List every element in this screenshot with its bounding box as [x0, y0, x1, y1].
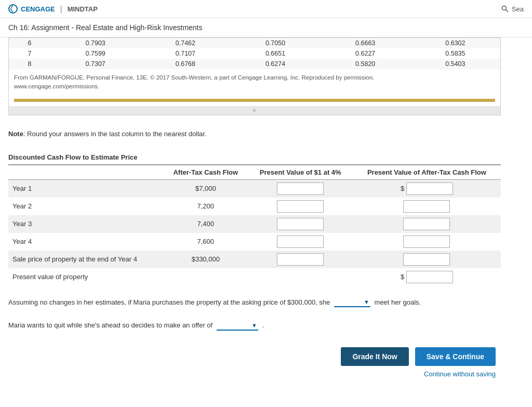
logo-mindtap-text: MINDTAP	[68, 5, 98, 13]
dollar-sign-pv: $	[401, 273, 404, 281]
cell-val: 0.7462	[140, 38, 230, 48]
dcf-cashflow-year3: 7,400	[163, 215, 248, 233]
dcf-row-pv-property: Present value of property $	[8, 268, 501, 286]
pv-amount-input-year2[interactable]	[403, 200, 450, 213]
page-title: Ch 16: Assignment - Real Estate and High…	[0, 18, 532, 37]
save-continue-button[interactable]: Save & Continue	[415, 347, 496, 366]
scrollbar[interactable]: ≡	[9, 106, 500, 115]
dcf-pv-amount-year3[interactable]	[353, 215, 501, 233]
dcf-pv-amount-year4[interactable]	[353, 233, 501, 251]
dcf-pv-factor-year3[interactable]	[248, 215, 353, 233]
cell-val: 0.7599	[50, 48, 140, 59]
dcf-row-year4: Year 4 7,600	[8, 233, 501, 251]
cell-val: 0.6768	[140, 59, 230, 69]
pv-amount-input-year3[interactable]	[403, 218, 450, 230]
dcf-row-sale: Sale price of property at the end of Yea…	[8, 251, 501, 268]
cell-val: 0.6302	[410, 38, 500, 48]
cell-val: 0.6274	[230, 59, 320, 69]
pv-property-input[interactable]	[406, 271, 453, 283]
dcf-label-year2: Year 2	[8, 198, 163, 215]
note-section: Note: Round your answers in the last col…	[8, 124, 501, 141]
col-header-pv-amount: Present Value of After-Tax Cash Flow	[353, 165, 501, 180]
question1-text-before: Assuming no changes in her estimates, if…	[8, 298, 330, 306]
dcf-cashflow-pv-property	[163, 268, 248, 286]
button-row: Grade It Now Save & Continue	[341, 347, 496, 366]
cell-val: 0.7903	[50, 38, 140, 48]
dcf-pv-factor-year4[interactable]	[248, 233, 353, 251]
question2-dropdown[interactable]: $285,000 $290,000 $295,000 $300,000	[217, 322, 258, 331]
col-header-label	[8, 165, 163, 180]
dcf-pv-factor-year2[interactable]	[248, 198, 353, 215]
table-row: 6 0.7903 0.7462 0.7050 0.6663 0.6302	[9, 38, 500, 48]
cell-val: 0.5835	[410, 48, 500, 59]
cengage-logo-icon	[8, 4, 18, 14]
main-content: 6 0.7903 0.7462 0.7050 0.6663 0.6302 7 0…	[0, 37, 509, 388]
dcf-header-row: After-Tax Cash Flow Present Value of $1 …	[8, 165, 501, 180]
cell-row-num: 7	[9, 48, 50, 59]
logo-separator: |	[60, 5, 62, 13]
note-text: : Round your answers in the last column …	[23, 130, 207, 138]
dcf-pv-amount-sale[interactable]	[353, 251, 501, 268]
dcf-pv-factor-year1[interactable]	[248, 179, 353, 198]
continue-without-saving-link[interactable]: Continue without saving	[424, 370, 496, 378]
question2-section: Maria wants to quit while she's ahead so…	[8, 319, 501, 332]
svg-point-1	[502, 6, 506, 10]
cell-val: 0.5820	[321, 59, 410, 69]
cell-row-num: 8	[9, 59, 50, 69]
header: CENGAGE | MINDTAP Sea	[0, 0, 532, 18]
col-header-cashflow: After-Tax Cash Flow	[163, 165, 248, 180]
pv-factor-input-year2[interactable]	[277, 200, 324, 213]
dcf-label-sale: Sale price of property at the end of Yea…	[8, 251, 163, 268]
pv-amount-input-year4[interactable]	[403, 235, 450, 248]
pv-factor-input-year3[interactable]	[277, 218, 324, 230]
dcf-label-year4: Year 4	[8, 233, 163, 251]
pv-amount-input-year1[interactable]	[406, 182, 453, 195]
dcf-row-year3: Year 3 7,400	[8, 215, 501, 233]
table-row: 7 0.7599 0.7107 0.6651 0.6227 0.5835	[9, 48, 500, 59]
dcf-label-year1: Year 1	[8, 179, 163, 198]
col-header-pv-factor: Present Value of $1 at 4%	[248, 165, 353, 180]
question1-dropdown[interactable]: will will not	[334, 298, 370, 307]
grade-button[interactable]: Grade It Now	[341, 347, 408, 366]
cell-val: 0.7307	[50, 59, 140, 69]
note-label: Note	[8, 130, 23, 138]
ref-footer-line1: From GARMAN/FORGUE. Personal Finance, 13…	[14, 73, 495, 82]
dcf-pv-amount-year2[interactable]	[353, 198, 501, 215]
pv-amount-input-sale[interactable]	[403, 253, 450, 266]
dcf-pv-amount-year1: $	[353, 179, 501, 198]
dcf-pv-factor-pv-property	[248, 268, 353, 286]
dcf-cashflow-year4: 7,600	[163, 233, 248, 251]
cell-val: 0.6227	[321, 48, 410, 59]
dcf-cashflow-year2: 7,200	[163, 198, 248, 215]
button-section: Grade It Now Save & Continue Continue wi…	[8, 347, 501, 378]
reference-table-wrapper: 6 0.7903 0.7462 0.7050 0.6663 0.6302 7 0…	[8, 37, 501, 115]
dcf-pv-factor-sale[interactable]	[248, 251, 353, 268]
dcf-row-year2: Year 2 7,200	[8, 198, 501, 215]
dcf-row-year1: Year 1 $7,000 $	[8, 179, 501, 198]
ref-footer: From GARMAN/FORGUE. Personal Finance, 13…	[9, 69, 500, 95]
dcf-pv-amount-pv-property: $	[353, 268, 501, 286]
gold-divider	[14, 99, 495, 102]
cell-row-num: 6	[9, 38, 50, 48]
dcf-cashflow-year1: $7,000	[163, 179, 248, 198]
pv-factor-input-year1[interactable]	[277, 182, 324, 195]
question1-text-after: meet her goals.	[375, 298, 421, 306]
dcf-label-year3: Year 3	[8, 215, 163, 233]
reference-table: 6 0.7903 0.7462 0.7050 0.6663 0.6302 7 0…	[9, 38, 500, 69]
question1-section: Assuming no changes in her estimates, if…	[8, 296, 501, 309]
table-row: 8 0.7307 0.6768 0.6274 0.5820 0.5403	[9, 59, 500, 69]
ref-footer-line2: www.cengage.com/permissions.	[14, 82, 495, 91]
question2-text-before: Maria wants to quit while she's ahead so…	[8, 321, 212, 329]
svg-line-2	[506, 10, 508, 12]
search-area[interactable]: Sea	[501, 5, 524, 13]
cell-val: 0.5403	[410, 59, 500, 69]
search-label: Sea	[512, 5, 524, 13]
cell-val: 0.6651	[230, 48, 320, 59]
pv-factor-input-sale[interactable]	[277, 253, 324, 266]
dcf-label-pv-property: Present value of property	[8, 268, 163, 286]
pv-factor-input-year4[interactable]	[277, 235, 324, 248]
dcf-table: After-Tax Cash Flow Present Value of $1 …	[8, 165, 501, 286]
dcf-cashflow-sale: $330,000	[163, 251, 248, 268]
cell-val: 0.7050	[230, 38, 320, 48]
dcf-section: Discounted Cash Flow to Estimate Price A…	[8, 153, 501, 286]
